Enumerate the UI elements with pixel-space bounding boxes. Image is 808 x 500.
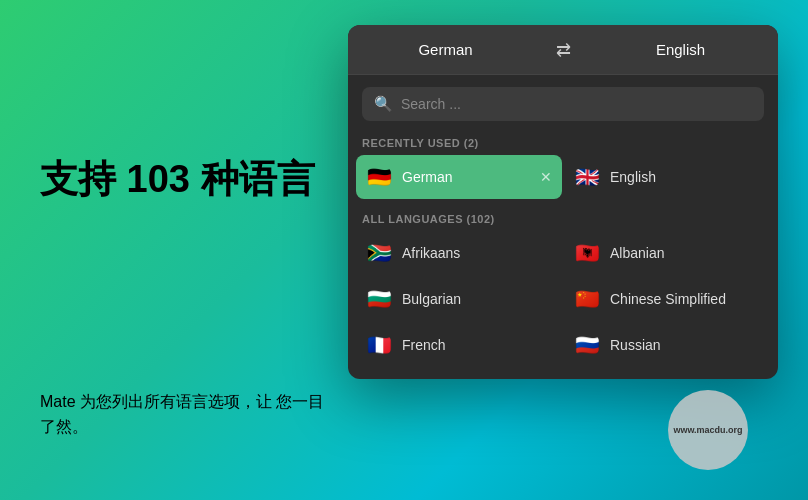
left-content: 支持 103 种语言 Mate 为您列出所有语言选项，让 您一目了然。 bbox=[40, 0, 380, 500]
flag-icon: 🇷🇺 bbox=[574, 332, 600, 358]
language-name: Afrikaans bbox=[402, 245, 460, 261]
flag-icon: 🇩🇪 bbox=[366, 164, 392, 190]
language-name: German bbox=[402, 169, 453, 185]
list-item[interactable]: 🇷🇺 Russian bbox=[564, 323, 770, 367]
flag-icon: 🇨🇳 bbox=[574, 286, 600, 312]
search-bar: 🔍 bbox=[362, 87, 764, 121]
list-item[interactable]: 🇦🇱 Albanian bbox=[564, 231, 770, 275]
language-name: Albanian bbox=[610, 245, 665, 261]
language-name: Russian bbox=[610, 337, 661, 353]
panel-body: 🔍 RECENTLY USED (2) 🇩🇪 German ✕ 🇬🇧 Engli… bbox=[348, 87, 778, 379]
source-language-button[interactable]: German bbox=[348, 25, 543, 74]
list-item[interactable]: 🇨🇳 Chinese Simplified bbox=[564, 277, 770, 321]
flag-icon: 🇬🇧 bbox=[574, 164, 600, 190]
search-icon: 🔍 bbox=[374, 95, 393, 113]
flag-icon: 🇧🇬 bbox=[366, 286, 392, 312]
all-languages-list: 🇿🇦 Afrikaans 🇦🇱 Albanian 🇧🇬 Bulgarian 🇨🇳… bbox=[348, 231, 778, 367]
all-languages-label: ALL LANGUAGES (102) bbox=[348, 209, 778, 231]
watermark-text: www.macdu.org bbox=[673, 424, 742, 437]
target-language-button[interactable]: English bbox=[583, 25, 778, 74]
language-name: Bulgarian bbox=[402, 291, 461, 307]
translation-panel: German ⇄ English 🔍 RECENTLY USED (2) 🇩🇪 … bbox=[348, 25, 778, 379]
search-input[interactable] bbox=[401, 96, 752, 112]
swap-languages-button[interactable]: ⇄ bbox=[543, 25, 583, 74]
list-item[interactable]: 🇫🇷 French bbox=[356, 323, 562, 367]
list-item[interactable]: 🇬🇧 English bbox=[564, 155, 770, 199]
language-name: Chinese Simplified bbox=[610, 291, 726, 307]
flag-icon: 🇦🇱 bbox=[574, 240, 600, 266]
recently-used-list: 🇩🇪 German ✕ 🇬🇧 English bbox=[348, 155, 778, 199]
list-item[interactable]: 🇿🇦 Afrikaans bbox=[356, 231, 562, 275]
list-item[interactable]: 🇩🇪 German ✕ bbox=[356, 155, 562, 199]
recently-used-label: RECENTLY USED (2) bbox=[348, 133, 778, 155]
close-icon[interactable]: ✕ bbox=[540, 169, 552, 185]
flag-icon: 🇿🇦 bbox=[366, 240, 392, 266]
language-name: English bbox=[610, 169, 656, 185]
watermark: www.macdu.org bbox=[668, 390, 748, 470]
flag-icon: 🇫🇷 bbox=[366, 332, 392, 358]
main-title: 支持 103 种语言 bbox=[40, 157, 380, 203]
list-item[interactable]: 🇧🇬 Bulgarian bbox=[356, 277, 562, 321]
language-name: French bbox=[402, 337, 446, 353]
sub-text: Mate 为您列出所有语言选项，让 您一目了然。 bbox=[40, 389, 330, 440]
panel-header: German ⇄ English bbox=[348, 25, 778, 75]
swap-icon: ⇄ bbox=[556, 39, 571, 61]
